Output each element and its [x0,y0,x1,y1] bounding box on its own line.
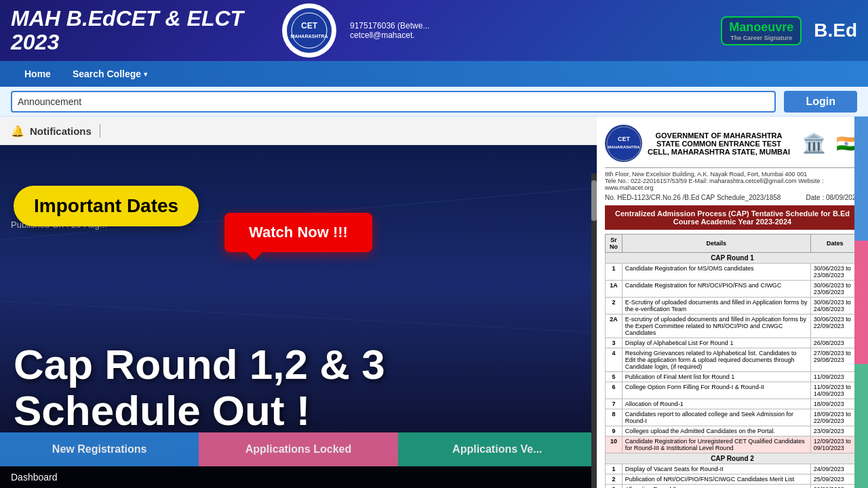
right-panel: CET MAHARASHTRA GOVERNMENT OF MAHARASHTR… [597,117,868,488]
email-address: cetcell@mahacet. [350,30,429,40]
table-row: 2Publication of NRI/OCI/PIO/FNS/CIWGC Ca… [606,474,860,485]
doc-address: 8th Floor, New Excelsior Building, A.K. … [605,167,860,191]
chevron-down-icon: ▾ [144,70,147,78]
video-area: Important Dates Published On : 26-Aug...… [0,145,597,488]
announcement-input[interactable] [11,91,776,113]
table-row: 2AE-scrutiny of uploaded documents and f… [606,314,860,338]
phone-number: 9175176036 (Betwe... [350,21,429,30]
notifications-bar: 🔔 Notifications [0,117,597,145]
round2-header: CAP Round 2 [606,453,860,464]
table-row: 8Candidates report to allocated college … [606,409,860,426]
svg-text:MAHARASHTRA: MAHARASHTRA [290,34,328,39]
col-dates: Dates [810,235,859,253]
watch-now-button[interactable]: Watch Now !!! [224,213,372,252]
bell-icon: 🔔 [11,125,24,138]
header: MAH B.EdCET & ELCT 2023 CET MAHARASHTRA … [0,0,868,61]
svg-text:CET: CET [301,21,318,30]
edge-teal [854,364,868,488]
round1-header: CAP Round 1 [606,253,860,264]
nav-home[interactable]: Home [14,61,62,87]
dashboard-bar: Dashboard [0,466,597,488]
table-row: 10Candidate Registration for Unregistere… [606,436,860,453]
svg-text:CET: CET [618,136,631,142]
table-row: 9Colleges upload the Admitted Candidates… [606,426,860,436]
navbar: Home Search College ▾ [0,61,868,87]
contact-info: 9175176036 (Betwe... cetcell@mahacet. [350,21,429,40]
svg-point-4 [607,127,641,161]
table-row: 4Resolving Grievances related to Alphabe… [606,348,860,372]
doc-header: CET MAHARASHTRA GOVERNMENT OF MAHARASHTR… [605,125,860,162]
card-applications-locked: Applications Locked [199,432,397,466]
table-row: 1ACandidate Registration for NRI/OCI/PIO… [606,281,860,298]
table-row: 6College Option Form Filling For Round-I… [606,382,860,399]
big-text-line2: Schedule Out ! [14,388,583,434]
manoeuvre-sub: The Career Signature [729,35,793,41]
doc-org-name: GOVERNMENT OF MAHARASHTRA STATE COMMON E… [642,131,795,156]
important-dates-badge: Important Dates [14,186,199,226]
scroll-indicator[interactable] [591,174,597,488]
edge-pink [854,241,868,365]
emblem-icon: 🏛️ [795,125,833,162]
cap-table: Sr No Details Dates CAP Round 11Candidat… [605,234,860,488]
notifications-title: Notifications [30,125,92,137]
cet-logo: CET MAHARASHTRA [282,3,336,58]
edge-blue [854,117,868,241]
cap-document: CET MAHARASHTRA GOVERNMENT OF MAHARASHTR… [597,117,868,488]
table-row: 1Display of Vacant Seats for Round-II24/… [606,464,860,474]
cet-doc-logo: CET MAHARASHTRA [605,125,642,162]
manoeuvre-label: Manoeuvre [729,20,793,34]
card-applications-verified: Applications Ve... [398,432,597,466]
table-row: 3Display of Alphabetical List For Round … [606,338,860,348]
svg-point-0 [286,7,332,54]
divider [100,124,100,138]
main-content: 🔔 Notifications Important Dates Publishe… [0,117,868,488]
doc-title: Centralized Admission Process (CAP) Tent… [605,205,860,230]
bottom-cards: New Registrations Applications Locked Ap… [0,432,597,466]
bed-label: B.Ed [814,20,857,41]
right-edge-bar [854,117,868,488]
scroll-thumb [591,180,597,221]
card-new-registrations: New Registrations [0,432,199,466]
table-row: 5Publication of Final Merit list for Rou… [606,372,860,382]
left-panel: 🔔 Notifications Important Dates Publishe… [0,117,597,488]
manoeuvre-logo: Manoeuvre The Career Signature [721,16,802,45]
video-big-text: Cap Round 1,2 & 3 Schedule Out ! [0,342,597,434]
announcement-bar: Login [0,87,868,117]
table-row: 2E-Scrutiny of uploaded documents and fi… [606,298,860,314]
site-title: MAH B.EdCET & ELCT 2023 [11,7,269,54]
svg-text:MAHARASHTRA: MAHARASHTRA [608,145,640,149]
doc-ref: No. HED-1123/CR.No.26 /B.Ed CAP Schedule… [605,194,860,201]
table-row: 1Candidate Registration for MS/OMS candi… [606,264,860,281]
big-text-line1: Cap Round 1,2 & 3 [14,342,583,388]
col-sr-no: Sr No [606,235,623,253]
table-row: 7Allocation of Round-118/09/2023 [606,399,860,409]
col-details: Details [622,235,810,253]
nav-search-college[interactable]: Search College ▾ [62,61,158,87]
login-button[interactable]: Login [784,91,857,113]
table-row: 3Allocation Round 229/09/2023 [606,485,860,489]
